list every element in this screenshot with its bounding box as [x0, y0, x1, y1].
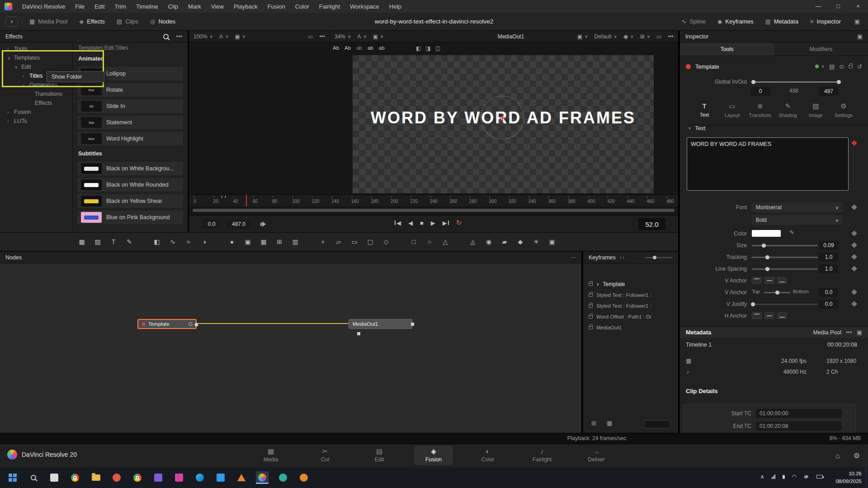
v-justify-field[interactable]: 0.0 [819, 300, 839, 309]
effects-tree-item[interactable]: › LUTs [0, 117, 72, 126]
fusion-tool-icon[interactable]: ▣ [547, 237, 557, 247]
global-in-field[interactable]: 0 [750, 87, 770, 96]
anchor-top-button[interactable] [752, 277, 762, 284]
anchor-middle-button[interactable] [764, 277, 774, 284]
timeline-zoom-scrollbar[interactable] [193, 209, 675, 212]
page-button[interactable]: ▦ Media [251, 446, 290, 465]
template-list-item[interactable]: Black on White Rounded [77, 178, 183, 192]
menu-item[interactable]: Color [295, 3, 309, 10]
taskbar-app[interactable] [152, 471, 165, 484]
font-weight-select[interactable]: Bold∨ [752, 215, 843, 225]
split-right-icon[interactable]: ◨ [425, 45, 430, 52]
tray-chevron-icon[interactable]: ∧ [760, 474, 764, 480]
node-mediaout[interactable]: MediaOut1 [349, 319, 412, 329]
effects-tree-item[interactable]: Transitions [0, 89, 72, 99]
taskbar-app[interactable] [69, 471, 81, 484]
play-reverse-button[interactable]: ◀ [408, 220, 413, 226]
toolbar-toggle-button[interactable]: ◎ Nodes [150, 18, 175, 25]
fusion-tool-icon[interactable]: ▭ [349, 237, 359, 247]
fusion-tool-icon[interactable]: ⊞ [274, 237, 284, 247]
text-style-chip[interactable]: Ab [344, 45, 351, 51]
taskbar-app[interactable] [235, 471, 248, 484]
chevron-down-icon[interactable]: ∨ [821, 64, 825, 69]
node-output-port[interactable] [195, 323, 198, 326]
keyframes-zoom-slider[interactable] [645, 257, 673, 258]
gain-gamma-button[interactable]: A∨ [219, 33, 228, 40]
fusion-tool-icon[interactable]: ○ [425, 237, 434, 247]
size-field[interactable]: 0.09 [819, 241, 839, 250]
menu-item[interactable]: Trim [115, 3, 127, 10]
page-button[interactable]: ◈ Fusion [414, 446, 453, 465]
page-button[interactable]: ◐ Color [468, 446, 507, 465]
split-both-icon[interactable]: ◫ [435, 45, 440, 52]
inspector-category-tab[interactable]: ▨ Image [802, 102, 829, 118]
text-style-chip[interactable]: ab [379, 45, 385, 51]
inspector-category-tab[interactable]: ✎ Shading [775, 102, 801, 118]
fusion-tool-icon[interactable]: T [108, 237, 118, 247]
toolbar-toggle-button[interactable]: ▤ Clips [117, 18, 138, 25]
fusion-tool-icon[interactable]: ▥ [290, 237, 300, 247]
toolbar-toggle-button[interactable]: ∿ Spline [681, 18, 706, 25]
split-left-icon[interactable]: ◧ [416, 45, 421, 52]
menu-app[interactable]: DaVinci Resolve [22, 3, 65, 10]
keyframe-diamond-icon[interactable] [851, 230, 857, 236]
expand-collapse-icon[interactable]: ‹ › [620, 255, 624, 260]
keyframe-diamond-icon[interactable] [851, 289, 857, 295]
layers-icon[interactable]: ▤ [829, 64, 835, 70]
menu-item[interactable]: Timeline [136, 3, 158, 10]
toolbar-toggle-button[interactable]: ▥ Metadata [765, 18, 798, 25]
range-out-field[interactable]: 487.0 [227, 220, 250, 229]
taskbar-app[interactable] [277, 471, 289, 484]
toolbar-toggle-button[interactable]: ▦ Media Pool [29, 18, 67, 25]
lock-icon[interactable] [849, 65, 853, 68]
toolbar-toggle-button[interactable]: ◈ Effects [79, 18, 105, 25]
v-justify-slider[interactable] [752, 304, 818, 305]
keyframes-row[interactable]: ∨ MediaOut1 [583, 322, 678, 333]
spreadsheet-icon[interactable]: ▦ [607, 420, 612, 426]
menu-item[interactable]: Workspace [350, 3, 379, 10]
options-dots-icon[interactable]: ••• [668, 33, 674, 40]
end-tc-field[interactable]: 01:00:20:08 [756, 422, 842, 431]
taskbar-app[interactable] [297, 471, 310, 484]
node-input-port[interactable] [357, 332, 360, 335]
page-button[interactable]: ♪ Fairlight [523, 446, 561, 465]
menu-item[interactable]: Fairlight [319, 3, 340, 10]
keyframe-diamond-icon[interactable] [851, 254, 857, 260]
inspector-category-tab[interactable]: ⚙ Settings [830, 102, 857, 118]
global-in-out-slider[interactable] [752, 81, 840, 83]
lock-icon[interactable] [589, 326, 593, 329]
taskbar-app[interactable] [90, 471, 102, 484]
taskbar-app[interactable] [193, 471, 206, 484]
fusion-tool-icon[interactable]: + [318, 237, 328, 247]
template-list-item[interactable]: Sli Slide In [77, 99, 183, 113]
tray-wifi-icon[interactable]: ◠ [792, 474, 797, 480]
text-section-header[interactable]: ∨ Text [688, 125, 868, 131]
inspector-category-tab[interactable]: ⊕ Transform [747, 102, 773, 118]
anchor-left-button[interactable] [752, 312, 762, 319]
inspector-tab[interactable]: Tools [680, 42, 774, 56]
template-list-item[interactable]: Wor Word Highlight [77, 132, 183, 145]
v-anchor-field[interactable]: 0.0 [819, 288, 839, 297]
fusion-tool-icon[interactable]: ∿ [168, 237, 178, 247]
anchor-center-button[interactable] [764, 312, 774, 319]
keyframes-row[interactable]: ∨ Template [583, 279, 678, 290]
fusion-tool-icon[interactable]: ◉ [484, 237, 494, 247]
tray-mic-icon[interactable] [783, 475, 785, 479]
menu-item[interactable]: Fusion [268, 3, 285, 10]
menu-item[interactable]: Mark [188, 3, 201, 10]
inspector-category-tab[interactable]: T Text [691, 102, 717, 118]
fusion-tool-icon[interactable]: □ [409, 237, 419, 247]
taskbar-clock[interactable]: 10.26 08/09/2025 [835, 470, 862, 486]
tray-volume-icon[interactable] [804, 474, 809, 479]
tracking-slider[interactable] [752, 257, 818, 258]
text-style-chip[interactable]: ab [368, 45, 373, 51]
inspector-tab[interactable]: Modifiers [774, 42, 868, 56]
range-in-field[interactable]: 0.0 [203, 220, 221, 229]
fusion-tool-icon[interactable]: ✎ [124, 237, 134, 247]
play-button[interactable]: ▶ [431, 220, 435, 226]
tracking-field[interactable]: 1.0 [819, 253, 839, 262]
current-frame-field[interactable]: 52.0 [638, 218, 665, 230]
keyframe-diamond-icon[interactable] [851, 140, 857, 146]
view-mode-button[interactable]: ▣∨ [373, 33, 384, 40]
fusion-tool-icon[interactable]: ▩ [77, 237, 87, 247]
